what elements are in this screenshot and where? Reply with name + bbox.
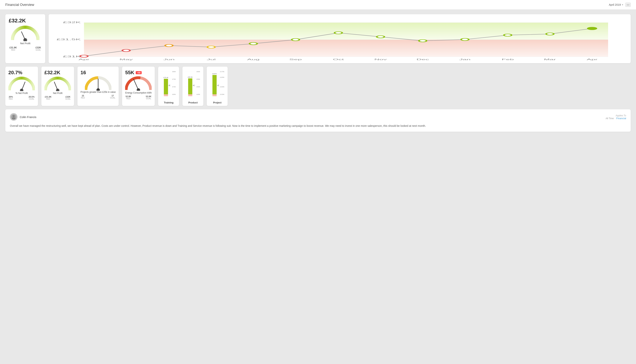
date-label: April 2019 xyxy=(609,3,621,6)
energy-value: 55K xyxy=(125,70,134,76)
svg-text:Dec: Dec xyxy=(416,58,429,60)
percent-profit-label: % Net Profit xyxy=(16,92,28,94)
svg-text:£55K: £55K xyxy=(197,78,200,80)
svg-marker-81 xyxy=(193,84,194,86)
svg-text:£70K: £70K xyxy=(172,86,176,88)
np-targets: £31.9K RED £32K GOAL xyxy=(45,96,71,100)
product-label: Product xyxy=(188,101,198,104)
svg-text:£32K: £32K xyxy=(63,21,81,24)
net-profit-card: £32.2K xyxy=(5,14,45,63)
svg-marker-93 xyxy=(217,84,219,86)
energy-goal-target: 52.6K GOAL xyxy=(146,95,151,100)
svg-rect-67 xyxy=(164,79,168,94)
energy-header: 55K +88 xyxy=(125,70,142,76)
net-profit-gauge-svg xyxy=(45,77,71,91)
avatar xyxy=(10,113,18,121)
projects-label: Projects greater than £25k in value xyxy=(81,91,116,93)
svg-point-16 xyxy=(249,42,257,45)
net-profit-bottom-value: £32.2K xyxy=(45,70,60,76)
gauge-svg xyxy=(11,26,40,41)
pp-goal-target: 20.5% GOAL xyxy=(29,96,35,100)
svg-text:£155K: £155K xyxy=(220,94,225,95)
svg-point-20 xyxy=(419,40,426,42)
svg-text:£31K: £31K xyxy=(63,55,81,58)
code-toggle-button[interactable]: <> xyxy=(625,3,631,7)
svg-point-12 xyxy=(80,55,88,57)
svg-rect-80 xyxy=(188,94,192,96)
main-content: £32.2K xyxy=(0,10,636,136)
svg-line-54 xyxy=(54,82,58,90)
svg-rect-91 xyxy=(212,75,217,94)
comment-user: Colin Francis xyxy=(10,113,37,121)
header-controls: April 2019 ▾ <> xyxy=(609,3,631,7)
page-title: Financial Overview xyxy=(5,3,34,7)
line-chart-svg: £32K £31.5K £31K xyxy=(52,17,627,60)
np-red-target: £31.9K RED xyxy=(45,96,52,100)
svg-text:Feb: Feb xyxy=(502,58,514,60)
line-chart-card: £32K £31.5K £31K xyxy=(49,14,631,63)
product-card: £60K £55K £50K £45K £55.5K Product xyxy=(182,66,203,106)
red-target: £31.9K RED xyxy=(10,46,17,51)
svg-line-52 xyxy=(22,82,25,90)
svg-text:£45K: £45K xyxy=(197,94,200,95)
date-selector[interactable]: April 2019 ▾ xyxy=(609,3,623,6)
projects-value: 16 xyxy=(81,70,86,76)
svg-text:Oct: Oct xyxy=(333,58,344,60)
training-chart-svg: £80K £75K £70K £65K £75.4K xyxy=(161,69,176,100)
comment-username: Colin Francis xyxy=(20,116,37,118)
svg-point-17 xyxy=(292,38,299,41)
projects-gauge xyxy=(85,76,112,91)
svg-text:£170K: £170K xyxy=(220,71,225,72)
gauge-label: Net Profit xyxy=(20,42,30,45)
svg-text:Apr: Apr xyxy=(587,58,598,60)
applies-label: Applies To xyxy=(606,114,626,117)
proj-red-target: 15 RED xyxy=(81,94,85,99)
svg-text:Aug: Aug xyxy=(247,58,260,60)
svg-text:Sep: Sep xyxy=(289,58,302,60)
chart-area: £32K £31.5K £31K xyxy=(52,17,627,60)
svg-point-19 xyxy=(377,36,384,38)
bottom-row: 20.7% xyxy=(5,66,631,106)
svg-rect-79 xyxy=(188,78,192,94)
energy-badge: +88 xyxy=(136,71,142,74)
np-goal-target: £32K GOAL xyxy=(65,96,71,100)
svg-text:Jun: Jun xyxy=(163,58,175,60)
top-row: £32.2K xyxy=(5,14,631,63)
svg-text:£50K: £50K xyxy=(197,86,200,88)
svg-point-15 xyxy=(207,46,215,48)
svg-marker-69 xyxy=(168,84,170,86)
training-label: Training xyxy=(164,101,174,104)
projects-card: 16 Projects greater than £25k in value xyxy=(78,66,119,106)
svg-point-22 xyxy=(504,34,511,36)
energy-gauge xyxy=(125,76,152,91)
percent-profit-card: 20.7% xyxy=(5,66,38,106)
svg-text:£160K: £160K xyxy=(220,86,225,88)
svg-point-23 xyxy=(546,33,554,35)
financial-link[interactable]: Financial xyxy=(616,117,626,120)
svg-text:£65K: £65K xyxy=(172,94,176,95)
svg-text:£60K: £60K xyxy=(197,71,200,72)
svg-point-24 xyxy=(587,27,596,30)
project-card: £170K £165K £160K £155K £167K Project xyxy=(207,66,228,106)
svg-point-13 xyxy=(122,49,130,52)
proj-goal-target: 17 GOAL xyxy=(110,94,116,99)
svg-point-14 xyxy=(165,44,173,47)
svg-text:£75.4K: £75.4K xyxy=(164,77,169,78)
energy-card: 55K +88 Energy Consumption kWh 52.8K xyxy=(122,66,155,106)
svg-text:Mar: Mar xyxy=(544,58,556,60)
net-profit-gauge xyxy=(11,26,40,41)
comment-section: Colin Francis Applies To All Time Financ… xyxy=(5,109,631,132)
chevron-down-icon: ▾ xyxy=(622,4,623,6)
net-profit-value: £32.2K xyxy=(9,18,26,24)
svg-text:£31.5K: £31.5K xyxy=(56,38,81,40)
svg-text:£165K: £165K xyxy=(220,76,225,78)
svg-text:£167K: £167K xyxy=(212,73,217,74)
projects-targets: 15 RED 17 GOAL xyxy=(81,94,116,99)
svg-rect-68 xyxy=(164,94,168,96)
percent-profit-targets: 20% RED 20.5% GOAL xyxy=(8,96,35,100)
projects-gauge-svg xyxy=(85,76,112,91)
svg-text:Apr: Apr xyxy=(79,58,90,60)
energy-targets: 52.8K RED 52.6K GOAL xyxy=(125,95,152,100)
percent-gauge-svg xyxy=(8,77,35,91)
energy-red-target: 52.8K RED xyxy=(126,95,131,100)
